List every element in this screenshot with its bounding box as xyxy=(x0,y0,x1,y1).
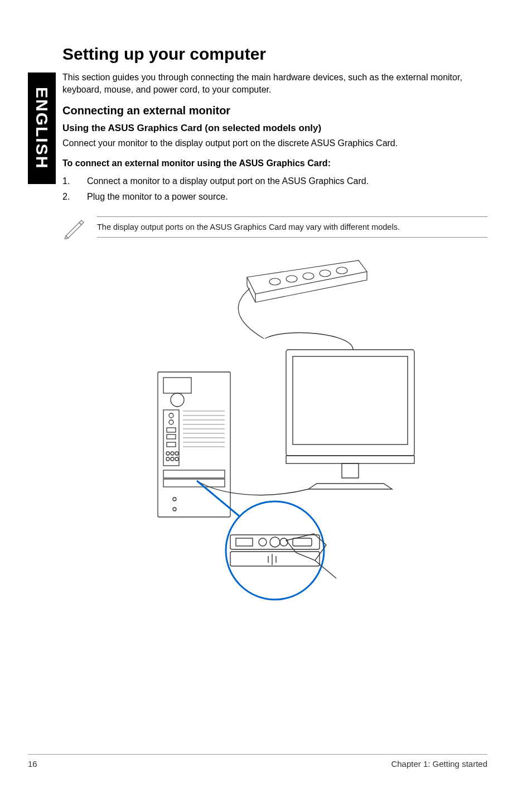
svg-point-20 xyxy=(166,457,170,461)
page-title: Setting up your computer xyxy=(62,45,487,64)
svg-rect-6 xyxy=(293,356,408,445)
svg-point-0 xyxy=(269,278,280,285)
svg-point-19 xyxy=(175,452,178,455)
language-tab: ENGLISH xyxy=(28,73,56,184)
language-label: ENGLISH xyxy=(32,87,51,169)
svg-point-21 xyxy=(171,457,174,461)
svg-point-1 xyxy=(286,276,297,282)
svg-rect-32 xyxy=(163,470,225,478)
svg-point-4 xyxy=(336,267,347,274)
step-text: Plug the monitor to a power source. xyxy=(87,191,228,203)
list-item: 1. Connect a monitor to a display output… xyxy=(62,175,487,187)
page-number: 16 xyxy=(28,759,37,769)
svg-point-10 xyxy=(171,393,184,407)
body-paragraph: Connect your monitor to the display outp… xyxy=(62,137,487,149)
svg-point-2 xyxy=(303,273,314,279)
pencil-icon xyxy=(62,215,87,239)
svg-point-12 xyxy=(169,413,173,418)
svg-point-34 xyxy=(173,497,176,501)
subsection-heading: Using the ASUS Graphics Card (on selecte… xyxy=(62,123,487,134)
svg-rect-5 xyxy=(286,350,414,456)
list-item: 2. Plug the monitor to a power source. xyxy=(62,191,487,203)
svg-rect-16 xyxy=(167,442,176,447)
chapter-label: Chapter 1: Getting started xyxy=(391,759,487,769)
intro-text: This section guides you through connecti… xyxy=(62,71,487,95)
svg-rect-9 xyxy=(163,378,191,393)
section-heading: Connecting an external monitor xyxy=(62,104,487,117)
step-text: Connect a monitor to a display output po… xyxy=(87,175,369,187)
steps-list: 1. Connect a monitor to a display output… xyxy=(62,175,487,204)
svg-point-3 xyxy=(320,270,331,277)
note-text: The display output ports on the ASUS Gra… xyxy=(97,216,487,238)
page-footer: 16 Chapter 1: Getting started xyxy=(28,754,487,769)
svg-rect-15 xyxy=(167,434,176,439)
svg-rect-14 xyxy=(167,428,176,432)
svg-line-37 xyxy=(197,481,240,517)
svg-point-17 xyxy=(166,452,170,455)
note-block: The display output ports on the ASUS Gra… xyxy=(62,215,487,239)
svg-point-22 xyxy=(175,457,178,461)
procedure-title: To connect an external monitor using the… xyxy=(62,158,487,168)
step-number: 1. xyxy=(62,175,87,187)
svg-point-35 xyxy=(173,508,176,511)
svg-rect-7 xyxy=(286,456,414,463)
svg-point-18 xyxy=(171,452,174,455)
svg-rect-8 xyxy=(158,372,230,517)
svg-rect-33 xyxy=(163,479,225,487)
step-number: 2. xyxy=(62,191,87,203)
svg-point-13 xyxy=(169,420,173,424)
connection-diagram xyxy=(62,255,487,601)
